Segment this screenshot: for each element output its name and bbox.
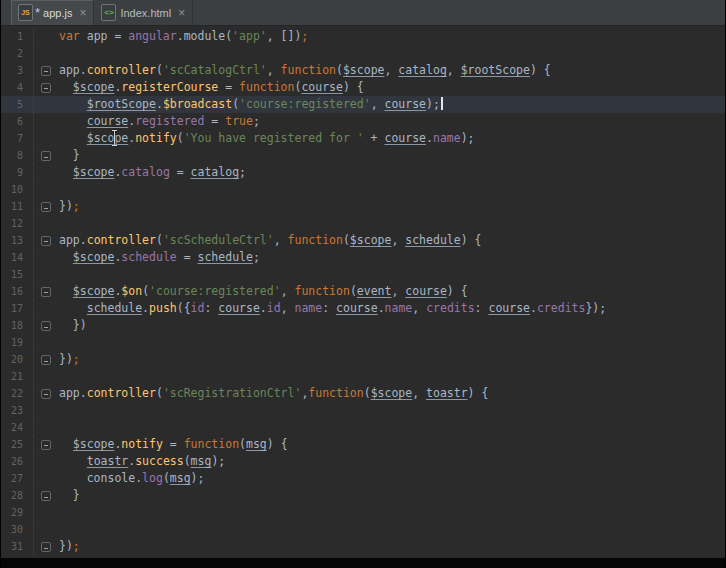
close-tab-icon[interactable]: × (178, 7, 185, 19)
code-token: 'scRegistrationCtrl' (163, 386, 301, 400)
code-text[interactable] (58, 334, 725, 351)
code-editor[interactable]: 1var app = angular.module('app', []);23a… (1, 26, 725, 558)
line-number[interactable]: 16 (1, 283, 23, 300)
code-text[interactable]: $scope.schedule = schedule; (58, 249, 725, 266)
fold-marker[interactable] (33, 487, 58, 504)
fold-marker[interactable] (33, 283, 58, 300)
code-token: . (142, 301, 149, 315)
line-number[interactable]: 10 (1, 181, 23, 198)
line-number[interactable]: 30 (1, 521, 23, 538)
code-text[interactable] (58, 419, 725, 436)
code-token: ; (301, 29, 308, 43)
code-line: 23 (1, 402, 725, 419)
fold-marker[interactable] (33, 232, 58, 249)
code-text[interactable] (58, 402, 725, 419)
line-number[interactable]: 17 (1, 300, 23, 317)
line-number[interactable]: 21 (1, 368, 23, 385)
code-text[interactable]: $scope.$on('course:registered', function… (58, 283, 725, 300)
line-number[interactable]: 14 (1, 249, 23, 266)
code-token (59, 284, 73, 298)
line-number[interactable]: 19 (1, 334, 23, 351)
code-text[interactable]: }); (58, 351, 725, 368)
code-line: 1var app = angular.module('app', []); (1, 28, 725, 45)
line-number[interactable]: 4 (1, 79, 23, 96)
code-text[interactable]: schedule.push({id: course.id, name: cour… (58, 300, 725, 317)
line-number[interactable]: 28 (1, 487, 23, 504)
fold-marker[interactable] (33, 436, 58, 453)
code-text[interactable] (58, 266, 725, 283)
code-text[interactable]: course.registered = true; (58, 113, 725, 130)
code-token: ( (156, 386, 163, 400)
code-token: function (294, 284, 349, 298)
fold-marker[interactable] (33, 147, 58, 164)
fold-marker[interactable] (33, 538, 58, 555)
line-number[interactable]: 20 (1, 351, 23, 368)
fold-marker[interactable] (33, 198, 58, 215)
line-number[interactable]: 11 (1, 198, 23, 215)
code-text[interactable]: } (58, 487, 725, 504)
code-text[interactable]: app.controller('scScheduleCtrl', functio… (58, 232, 725, 249)
code-text[interactable]: toastr.success(msg); (58, 453, 725, 470)
code-text[interactable]: $rootScope.$broadcast('course:registered… (58, 96, 725, 113)
fold-marker[interactable] (33, 385, 58, 402)
code-token (59, 80, 73, 94)
close-tab-icon[interactable]: × (79, 7, 86, 19)
line-number[interactable]: 13 (1, 232, 23, 249)
code-token: }); (585, 301, 606, 315)
code-text[interactable]: }); (58, 198, 725, 215)
code-text[interactable]: console.log(msg); (58, 470, 725, 487)
code-line: 3app.controller('scCatalogCtrl', functio… (1, 62, 725, 79)
line-number[interactable]: 15 (1, 266, 23, 283)
code-token: 'scCatalogCtrl' (163, 63, 267, 77)
line-number[interactable]: 12 (1, 215, 23, 232)
code-token: angular (128, 29, 176, 43)
code-text[interactable] (58, 45, 725, 62)
code-text[interactable]: app.controller('scCatalogCtrl', function… (58, 62, 725, 79)
code-text[interactable]: $scope.registerCourse = function(course)… (58, 79, 725, 96)
line-number[interactable]: 9 (1, 164, 23, 181)
tab-app-js[interactable]: JS * app.js × (11, 0, 94, 25)
line-number[interactable]: 2 (1, 45, 23, 62)
code-text[interactable] (58, 181, 725, 198)
code-text[interactable] (58, 215, 725, 232)
tab-index-html[interactable]: <> Index.html × (94, 0, 193, 25)
code-text[interactable]: }); (58, 538, 725, 555)
code-text[interactable]: var app = angular.module('app', []); (58, 28, 725, 45)
code-text[interactable] (58, 504, 725, 521)
line-number[interactable]: 22 (1, 385, 23, 402)
line-number[interactable]: 29 (1, 504, 23, 521)
code-token: ; (73, 539, 80, 553)
fold-marker[interactable] (33, 62, 58, 79)
html-file-icon: <> (101, 4, 116, 21)
line-number[interactable]: 27 (1, 470, 23, 487)
code-text[interactable] (58, 368, 725, 385)
fold-marker[interactable] (33, 351, 58, 368)
line-number[interactable]: 1 (1, 28, 23, 45)
line-number[interactable]: 31 (1, 538, 23, 555)
line-number[interactable]: 24 (1, 419, 23, 436)
line-number[interactable]: 26 (1, 453, 23, 470)
line-number[interactable]: 8 (1, 147, 23, 164)
code-token: 'course:registered' (149, 284, 281, 298)
line-number[interactable]: 25 (1, 436, 23, 453)
code-text[interactable]: $scope.catalog = catalog; (58, 164, 725, 181)
code-text[interactable] (58, 521, 725, 538)
code-text[interactable]: } (58, 147, 725, 164)
line-number[interactable]: 6 (1, 113, 23, 130)
line-number[interactable]: 5 (1, 96, 23, 113)
line-number[interactable]: 18 (1, 317, 23, 334)
code-text[interactable]: $scope.notify = function(msg) { (58, 436, 725, 453)
code-text[interactable]: app.controller('scRegistrationCtrl',func… (58, 385, 725, 402)
line-number[interactable]: 3 (1, 62, 23, 79)
fold-marker[interactable] (33, 79, 58, 96)
code-line: 26 toastr.success(msg); (1, 453, 725, 470)
line-number[interactable]: 23 (1, 402, 23, 419)
code-token: success (135, 454, 183, 468)
code-text[interactable]: }) (58, 317, 725, 334)
code-text[interactable]: $scope.notify('You have registered for '… (58, 130, 725, 147)
code-token: . (156, 97, 163, 111)
code-token: ; (253, 114, 260, 128)
line-number[interactable]: 7 (1, 130, 23, 147)
code-line: 21 (1, 368, 725, 385)
fold-marker[interactable] (33, 317, 58, 334)
